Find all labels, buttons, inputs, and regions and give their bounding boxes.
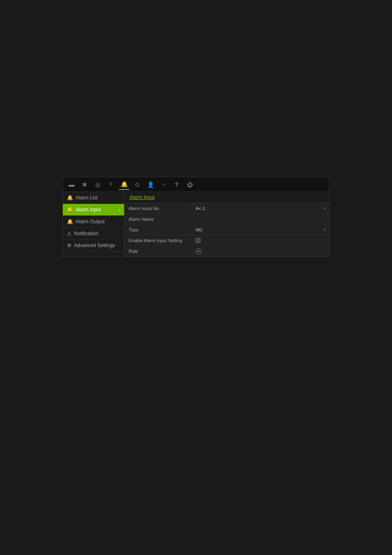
main-area: 🔔 Alarm List 🔔 Alarm Input › 🔔 Alarm Out… — [63, 192, 329, 257]
alarm-list-icon: 🔔 — [67, 195, 73, 201]
breadcrumb-link[interactable]: Alarm Input — [129, 194, 154, 200]
storage-icon[interactable]: ▭ — [158, 179, 169, 190]
rule-label: Rule — [125, 247, 192, 256]
advanced-settings-icon: ⚙ — [67, 243, 71, 248]
main-container: ▬ ✾ ◎ ⠿ 🔔 ⊙ 👤 ▭ ? ⏻ 🔔 Alarm List 🔔 Alarm… — [62, 177, 330, 257]
type-dropdown-arrow-icon: ▾ — [324, 227, 326, 232]
enable-alarm-value[interactable] — [192, 236, 329, 245]
sidebar-item-label: Alarm Output — [76, 219, 105, 224]
alarm-output-icon: 🔔 — [67, 219, 73, 224]
sidebar: 🔔 Alarm List 🔔 Alarm Input › 🔔 Alarm Out… — [63, 192, 125, 257]
sidebar-item-label: Advanced Settings — [74, 243, 115, 248]
toolbar: ▬ ✾ ◎ ⠿ 🔔 ⊙ 👤 ▭ ? ⏻ — [63, 177, 329, 192]
alarm-name-value[interactable] — [192, 217, 329, 221]
alarm-input-icon: 🔔 — [67, 207, 73, 213]
type-label: Type — [125, 225, 192, 234]
alarm-name-label: Alarm Name — [125, 215, 192, 224]
alarm-input-no-row: Alarm Input No. A<-1 ▾ — [125, 203, 329, 214]
sidebar-item-alarm-output[interactable]: 🔔 Alarm Output — [63, 216, 124, 228]
alarm-input-no-value[interactable]: A<-1 ▾ — [192, 204, 329, 213]
sidebar-item-label: Alarm Input — [76, 207, 101, 213]
nodes-icon[interactable]: ⠿ — [106, 179, 116, 190]
enable-alarm-checkbox[interactable] — [196, 238, 201, 243]
rule-value[interactable] — [192, 246, 329, 256]
monitor-icon[interactable]: ▬ — [66, 179, 77, 190]
alarm-input-no-label: Alarm Input No. — [125, 204, 192, 213]
dropdown-arrow-icon: ▾ — [324, 206, 326, 210]
sidebar-item-label: Notification — [74, 231, 98, 236]
type-text: NO — [196, 227, 203, 232]
enable-alarm-label: Enable Alarm Input Setting — [125, 236, 192, 245]
person-icon[interactable]: 👤 — [145, 179, 156, 190]
question-icon[interactable]: ? — [171, 179, 182, 190]
chevron-right-icon: › — [119, 208, 120, 212]
sidebar-item-alarm-list[interactable]: 🔔 Alarm List — [63, 192, 124, 204]
network-icon[interactable]: ✾ — [79, 179, 90, 190]
dot-icon[interactable]: ⊙ — [132, 179, 143, 190]
sidebar-item-label: Alarm List — [76, 195, 97, 201]
alarm-name-row: Alarm Name — [125, 214, 329, 224]
content-panel: Alarm Input Alarm Input No. A<-1 ▾ Alarm… — [125, 192, 329, 257]
bell-icon[interactable]: 🔔 — [119, 179, 129, 190]
notification-icon: ⚠ — [67, 231, 71, 236]
type-value[interactable]: NO ▾ — [192, 225, 329, 234]
sidebar-item-advanced-settings[interactable]: ⚙ Advanced Settings — [63, 240, 124, 252]
power-icon[interactable]: ⏻ — [184, 179, 195, 190]
rule-settings-icon[interactable] — [196, 248, 201, 254]
sidebar-item-alarm-input[interactable]: 🔔 Alarm Input › — [63, 204, 124, 216]
rule-row: Rule — [125, 246, 329, 257]
content-header: Alarm Input — [125, 192, 329, 203]
circle-icon[interactable]: ◎ — [92, 179, 103, 190]
type-row: Type NO ▾ — [125, 224, 329, 235]
enable-alarm-row: Enable Alarm Input Setting — [125, 235, 329, 246]
alarm-input-no-text: A<-1 — [196, 206, 205, 211]
sidebar-item-notification[interactable]: ⚠ Notification — [63, 228, 124, 240]
